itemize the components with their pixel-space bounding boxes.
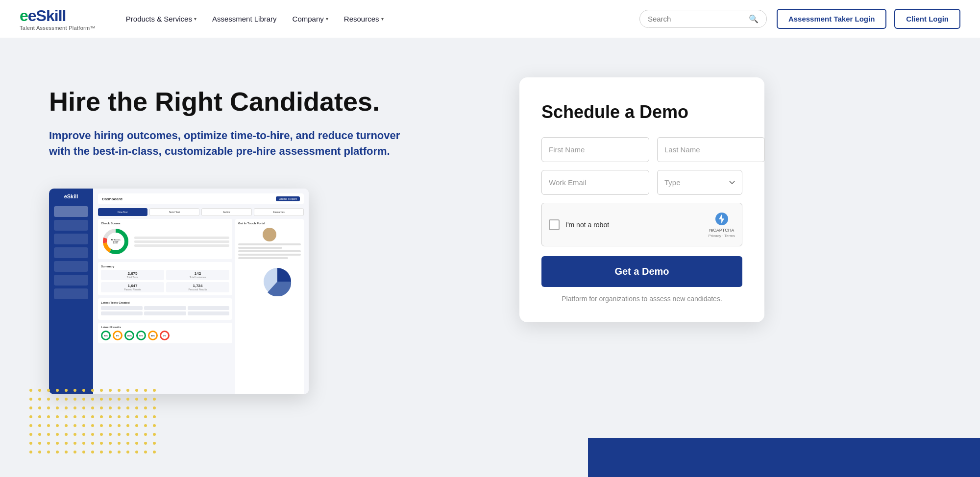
nav-products[interactable]: Products & Services ▾ [120,11,202,27]
dot [91,433,94,436]
form-footer: Platform for organizations to assess new… [541,295,742,303]
dot [100,415,103,418]
form-row-name [541,137,742,162]
search-icon[interactable]: 🔍 [749,14,759,24]
captcha-checkbox[interactable] [549,219,560,230]
dot [144,433,147,436]
recaptcha-icon [714,211,730,227]
dot [38,415,41,418]
dot [56,398,59,401]
dot [47,442,50,445]
mockup-summary-card: Summary 2,675 Total Tests 142 Total Inst… [98,262,232,295]
mockup-sidebar-item [54,234,88,244]
dot [153,415,156,418]
dot [38,406,41,409]
dot [65,406,68,409]
logo[interactable]: eeSkill Talent Assessment Platform™ [20,7,96,31]
mockup-sidebar: eSkill [49,189,93,394]
dot [91,442,94,445]
dot [65,415,68,418]
dot [135,415,138,418]
mockup-left-col: Check Scores All Scores 2237 [98,219,232,394]
dot [126,424,129,427]
dot [118,415,121,418]
dot [56,442,59,445]
dot [126,442,129,445]
navbar: eeSkill Talent Assessment Platform™ Prod… [0,0,980,38]
nav-resources[interactable]: Resources ▾ [338,11,390,27]
dot [91,451,94,453]
captcha-box[interactable]: I'm not a robot reCAPTCHA Privacy · Term… [541,203,742,246]
dot [82,451,85,453]
dot [74,398,76,401]
get-demo-button[interactable]: Get a Demo [541,256,742,287]
dot [135,442,138,445]
dot [118,389,121,392]
dot [91,424,94,427]
dot [74,406,76,409]
captcha-label: I'm not a robot [565,221,702,229]
type-select[interactable]: Type Employer Recruiter HR Professional … [657,170,742,195]
dot [153,398,156,401]
dot [100,389,103,392]
dot [74,415,76,418]
chevron-down-icon: ▾ [194,16,196,22]
dot [144,406,147,409]
form-row-email-type: Type Employer Recruiter HR Professional … [541,170,742,195]
nav-buttons: Assessment Taker Login Client Login [777,9,960,29]
dot [47,433,50,436]
work-email-field[interactable] [541,170,649,195]
dot [135,398,138,401]
dot [56,406,59,409]
dot [153,451,156,453]
nav-links: Products & Services ▾ Assessment Library… [120,11,630,27]
logo-text: eeSkill [20,7,96,25]
dot [47,415,50,418]
form-title: Schedule a Demo [541,102,742,122]
assessment-taker-login-button[interactable]: Assessment Taker Login [777,9,886,29]
dot [91,389,94,392]
dot [74,389,76,392]
dot [153,389,156,392]
client-login-button[interactable]: Client Login [894,9,960,29]
dot [65,433,68,436]
nav-assessment[interactable]: Assessment Library [206,11,283,27]
chevron-down-icon-2: ▾ [326,16,328,22]
avatar [263,228,276,241]
dot [38,424,41,427]
dot [126,451,129,453]
dot [65,398,68,401]
nav-company[interactable]: Company ▾ [287,11,334,27]
bottom-blue-bar [588,438,980,477]
dot [65,424,68,427]
svg-text:2237: 2237 [113,241,118,244]
dot [29,415,32,418]
dot [144,424,147,427]
dot [135,406,138,409]
dot [82,398,85,401]
dot [65,389,68,392]
search-input[interactable] [648,15,749,23]
mockup-tests-card: Latest Tests Created [98,298,232,320]
dot [29,433,32,436]
dot [38,389,41,392]
mockup-sidebar-item [54,206,88,217]
dot [144,398,147,401]
dot [144,451,147,453]
dot [153,442,156,445]
mockup-right-col: Get In Touch Portal [235,219,304,394]
first-name-field[interactable] [541,137,649,162]
dot [29,442,32,445]
dot [82,415,85,418]
dot [118,442,121,445]
search-box: 🔍 [639,10,767,28]
dot [118,451,121,453]
dot [153,406,156,409]
mockup-sidebar-item [54,247,88,258]
last-name-field[interactable] [657,137,765,162]
dot [118,424,121,427]
dot [126,389,129,392]
dot [82,406,85,409]
dot [126,398,129,401]
dot [82,442,85,445]
